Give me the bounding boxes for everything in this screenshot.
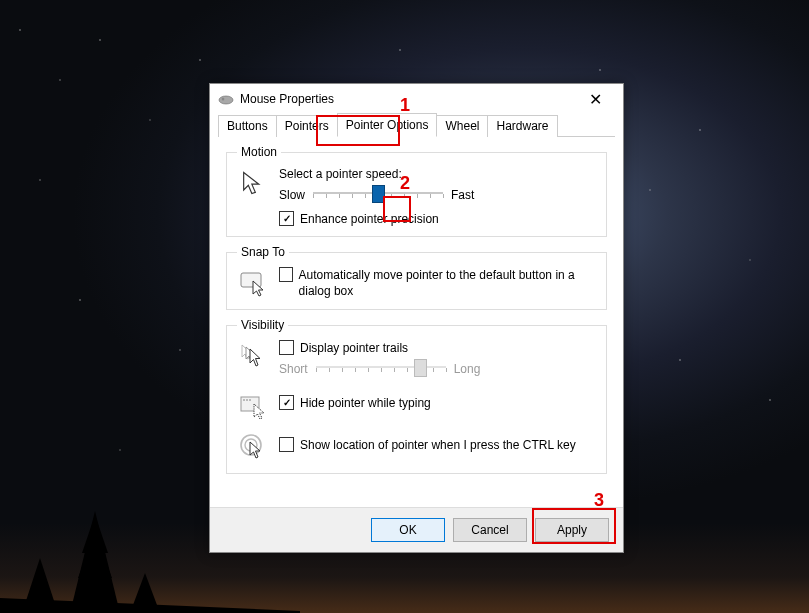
ctrl-locate-icon (237, 431, 269, 463)
window-title: Mouse Properties (240, 92, 575, 106)
svg-rect-10 (243, 399, 245, 401)
fast-label: Fast (451, 188, 474, 202)
snapto-legend: Snap To (237, 245, 289, 259)
motion-group: Motion Select a pointer speed: Slow Fast (226, 145, 607, 237)
tab-buttons[interactable]: Buttons (218, 115, 277, 137)
hide-typing-checkbox[interactable] (279, 395, 294, 410)
trails-checkbox[interactable] (279, 340, 294, 355)
enhance-precision-checkbox[interactable] (279, 211, 294, 226)
pointer-trails-icon (237, 340, 269, 372)
long-label: Long (454, 362, 481, 376)
visibility-group: Visibility Display pointer trails Short (226, 318, 607, 474)
trails-label: Display pointer trails (300, 341, 408, 355)
apply-button[interactable]: Apply (535, 518, 609, 542)
snapto-icon (237, 267, 269, 299)
trails-slider (316, 359, 446, 379)
ctrl-locate-checkbox[interactable] (279, 437, 294, 452)
motion-legend: Motion (237, 145, 281, 159)
svg-marker-2 (82, 515, 108, 553)
svg-point-6 (219, 96, 233, 104)
visibility-legend: Visibility (237, 318, 288, 332)
titlebar: Mouse Properties ✕ (210, 84, 623, 114)
tab-pointer-options[interactable]: Pointer Options (337, 113, 438, 137)
pointer-speed-slider[interactable] (313, 185, 443, 205)
ctrl-locate-label: Show location of pointer when I press th… (300, 438, 576, 452)
short-label: Short (279, 362, 308, 376)
svg-rect-12 (249, 399, 251, 401)
close-button[interactable]: ✕ (575, 90, 615, 109)
pointer-speed-label: Select a pointer speed: (279, 167, 596, 181)
pointer-speed-icon (237, 167, 269, 199)
tab-content: Motion Select a pointer speed: Slow Fast (210, 137, 623, 507)
svg-rect-11 (246, 399, 248, 401)
cancel-button[interactable]: Cancel (453, 518, 527, 542)
mouse-icon (218, 94, 234, 104)
snapto-label: Automatically move pointer to the defaul… (299, 267, 596, 299)
hide-typing-label: Hide pointer while typing (300, 396, 431, 410)
snapto-group: Snap To Automatically move pointer to th… (226, 245, 607, 310)
dialog-footer: OK Cancel Apply (210, 507, 623, 552)
tab-pointers[interactable]: Pointers (276, 115, 338, 137)
snapto-checkbox[interactable] (279, 267, 293, 282)
hide-typing-icon (237, 389, 269, 421)
tab-wheel[interactable]: Wheel (436, 115, 488, 137)
mouse-properties-dialog: Mouse Properties ✕ Buttons Pointers Poin… (209, 83, 624, 553)
svg-point-7 (222, 97, 225, 100)
tabstrip: Buttons Pointers Pointer Options Wheel H… (218, 114, 615, 137)
tab-hardware[interactable]: Hardware (487, 115, 557, 137)
ok-button[interactable]: OK (371, 518, 445, 542)
slow-label: Slow (279, 188, 305, 202)
enhance-precision-label: Enhance pointer precision (300, 212, 439, 226)
